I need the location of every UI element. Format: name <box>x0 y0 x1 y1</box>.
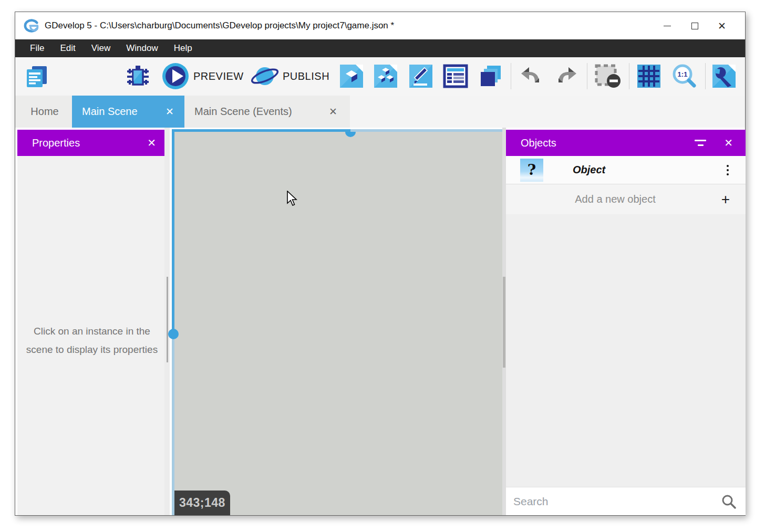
menu-help[interactable]: Help <box>166 39 200 57</box>
minimize-button[interactable] <box>654 12 681 39</box>
scene-window-border-left <box>172 334 174 515</box>
external-layouts-icon <box>478 64 503 89</box>
objects-groups-icon <box>373 64 398 89</box>
content-area: Properties ✕ Click on an instance in the… <box>15 128 745 515</box>
plus-icon: + <box>721 192 730 207</box>
preview-label[interactable]: PREVIEW <box>193 57 244 96</box>
menu-edit[interactable]: Edit <box>52 39 83 57</box>
menu-window[interactable]: Window <box>118 39 166 57</box>
properties-panel: Properties ✕ Click on an instance in the… <box>17 130 167 515</box>
redo-icon <box>553 64 578 89</box>
scene-window-border-top <box>172 129 350 132</box>
tab-close-icon[interactable]: ✕ <box>166 107 174 117</box>
search-bar <box>506 487 746 515</box>
redo-button[interactable] <box>553 64 578 89</box>
filter-icon[interactable] <box>695 140 706 146</box>
publish-label[interactable]: PUBLISH <box>283 57 329 96</box>
zoom-1-1-button[interactable]: 1:1 <box>671 64 698 89</box>
toolbar: PREVIEW PUBLISH <box>15 57 745 96</box>
titlebar: GDevelop 5 - C:\Users\charburg\Documents… <box>15 12 745 39</box>
scene-properties-wrench-icon <box>711 64 737 89</box>
search-icon <box>721 494 736 509</box>
cursor-coordinates-badge: 343;148 <box>174 491 230 515</box>
undo-button[interactable] <box>519 64 544 89</box>
toolbar-separator <box>587 63 587 89</box>
tabbar: Home Main Scene ✕ Main Scene (Events) ✕ <box>15 96 745 128</box>
properties-close-icon[interactable]: ✕ <box>147 138 156 148</box>
scene-icon <box>339 64 364 89</box>
scene-properties-button[interactable] <box>711 64 737 89</box>
scene-button[interactable] <box>339 64 364 89</box>
maximize-icon <box>691 23 698 29</box>
object-menu-kebab-icon[interactable] <box>727 165 729 175</box>
toolbar-separator <box>705 63 706 89</box>
tab-label: Main Scene (Events) <box>194 106 292 118</box>
canvas-scrollbar-thumb[interactable] <box>503 277 505 368</box>
properties-hint: Click on an instance in the scene to dis… <box>26 322 158 359</box>
scene-canvas[interactable] <box>174 132 502 515</box>
debug-button[interactable] <box>125 64 150 89</box>
undo-icon <box>519 64 544 89</box>
edit-scene-icon <box>408 64 433 89</box>
edit-scene-button[interactable] <box>408 64 433 89</box>
window-title: GDevelop 5 - C:\Users\charburg\Documents… <box>45 20 394 31</box>
scene-window-border-top <box>350 129 502 132</box>
object-name: Object <box>573 164 605 176</box>
add-object-row[interactable]: Add a new object + <box>506 184 746 214</box>
tab-label: Main Scene <box>82 106 138 118</box>
deselect-instances-button[interactable] <box>594 64 622 89</box>
resize-handle-left[interactable] <box>168 329 179 339</box>
minimize-icon <box>664 26 671 26</box>
objects-title: Objects <box>521 137 556 149</box>
add-object-label: Add a new object <box>506 193 746 205</box>
objects-panel: Objects ✕ ? Object Add a new object + <box>506 130 746 515</box>
project-manager-button[interactable] <box>24 64 49 89</box>
properties-header: Properties ✕ <box>17 130 167 156</box>
publish-button[interactable] <box>250 62 280 90</box>
objects-list-empty-area <box>506 214 746 487</box>
mouse-cursor-icon <box>286 191 298 206</box>
toolbar-separator <box>629 63 629 89</box>
close-icon: ✕ <box>718 21 726 31</box>
project-manager-icon <box>24 64 49 89</box>
object-thumbnail-question-icon: ? <box>520 159 543 182</box>
objects-header: Objects ✕ <box>506 130 746 156</box>
grid-button[interactable] <box>636 64 661 89</box>
properties-scrollbar-thumb[interactable] <box>167 277 168 362</box>
tab-home[interactable]: Home <box>17 96 72 128</box>
debug-icon <box>125 64 150 89</box>
svg-text:1:1: 1:1 <box>678 70 688 78</box>
tab-label: Home <box>30 106 58 118</box>
external-layouts-button[interactable] <box>478 64 503 89</box>
events-sheet-icon <box>443 64 468 89</box>
gdevelop-logo-icon <box>24 18 39 34</box>
toolbar-separator <box>511 63 511 89</box>
object-list-item[interactable]: ? Object <box>506 156 746 184</box>
preview-play-icon <box>162 62 189 90</box>
menu-view[interactable]: View <box>84 39 119 57</box>
menubar: File Edit View Window Help <box>15 39 745 57</box>
objects-button[interactable] <box>373 64 398 89</box>
search-input[interactable] <box>506 495 706 508</box>
zoom-1-1-icon: 1:1 <box>671 64 698 89</box>
objects-close-icon[interactable]: ✕ <box>724 138 733 148</box>
publish-globe-icon <box>250 62 280 90</box>
deselect-instances-icon <box>594 64 622 89</box>
tab-close-icon[interactable]: ✕ <box>329 107 337 117</box>
scene-window-border-left <box>172 129 174 334</box>
preview-button[interactable] <box>162 62 189 90</box>
tab-main-scene[interactable]: Main Scene ✕ <box>72 96 184 128</box>
events-sheet-button[interactable] <box>443 64 468 89</box>
grid-icon <box>636 64 661 89</box>
menu-file[interactable]: File <box>22 39 52 57</box>
tab-main-scene-events[interactable]: Main Scene (Events) ✕ <box>184 96 350 128</box>
app-window: GDevelop 5 - C:\Users\charburg\Documents… <box>15 12 746 516</box>
maximize-button[interactable] <box>681 12 708 39</box>
close-button[interactable]: ✕ <box>708 12 736 39</box>
properties-title: Properties <box>32 137 80 149</box>
